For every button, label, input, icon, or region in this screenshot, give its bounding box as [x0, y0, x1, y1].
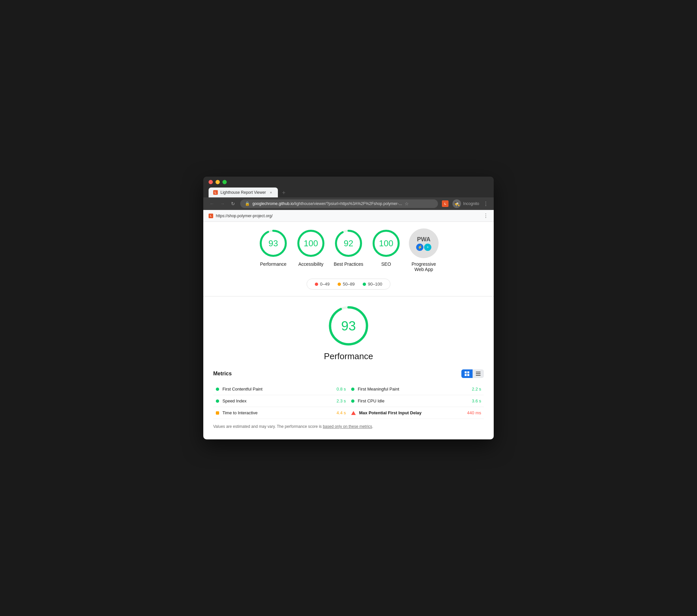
metrics-row-2: Speed Index 2.3 s First CPU Idle 3.6 s: [213, 395, 484, 407]
si-value: 2.3 s: [337, 398, 346, 404]
url-domain: googlechrome.github.io: [252, 201, 294, 206]
close-button[interactable]: [209, 180, 213, 184]
url-bar[interactable]: 🔒 googlechrome.github.io/lighthouse/view…: [240, 200, 438, 208]
list-view-button[interactable]: [473, 369, 484, 378]
legend-item-pass: 90–100: [363, 282, 382, 287]
metric-cell-fmp: First Meaningful Paint 2.2 s: [348, 383, 484, 395]
svg-rect-15: [476, 373, 480, 374]
metrics-row-3: Time to Interactive 4.4 s Max Potential …: [213, 407, 484, 419]
forward-button[interactable]: →: [219, 201, 226, 206]
score-label-accessibility: Accessibility: [298, 262, 323, 267]
mpfid-name: Max Potential First Input Delay: [359, 410, 464, 415]
score-number-performance: 93: [269, 238, 278, 249]
performance-title: Performance: [324, 351, 373, 362]
pwa-icon-lightning: ⚡: [416, 244, 424, 251]
performance-section: 93 Performance: [213, 304, 484, 362]
info-bar: L https://shop.polymer-project.org/ ⋮: [203, 210, 494, 222]
incognito-label: Incognito: [463, 201, 479, 206]
fmp-indicator: [351, 387, 354, 391]
score-label-best-practices: Best Practices: [333, 262, 363, 267]
metrics-header: Metrics: [213, 369, 484, 378]
score-number-best-practices: 92: [344, 238, 354, 249]
url-text: googlechrome.github.io/lighthouse/viewer…: [252, 201, 402, 206]
legend-item-fail: 0–49: [315, 282, 330, 287]
metric-cell-fcp: First Contentful Paint 0.8 s: [213, 383, 348, 395]
score-number-accessibility: 100: [303, 238, 318, 249]
reload-button[interactable]: ↻: [230, 201, 236, 206]
mpfid-indicator: [351, 411, 356, 415]
info-menu-button[interactable]: ⋮: [483, 212, 488, 219]
pwa-text: PWA: [417, 236, 430, 243]
maximize-button[interactable]: [222, 180, 227, 184]
browser-window: L Lighthouse Report Viewer × + ← → ↻ 🔒 g…: [203, 177, 494, 439]
score-circle-accessibility: 100: [296, 229, 326, 258]
info-favicon: L: [209, 214, 213, 218]
score-label-seo: SEO: [381, 262, 391, 267]
tti-indicator: [216, 411, 219, 415]
metrics-label: Metrics: [213, 371, 232, 377]
svg-rect-16: [476, 375, 480, 376]
back-button[interactable]: ←: [209, 201, 215, 206]
tti-name: Time to Interactive: [222, 410, 333, 415]
mpfid-value: 440 ms: [467, 410, 481, 415]
pwa-icon-plus: ＋: [424, 244, 431, 251]
score-circle-performance: 93: [258, 229, 288, 258]
fmp-value: 2.2 s: [472, 386, 481, 392]
url-path: /lighthouse/viewer/?psiurl=https%3A%2F%2…: [294, 201, 402, 206]
note-link[interactable]: based only on these metrics: [323, 424, 372, 429]
fcp-indicator: [216, 387, 219, 391]
metric-cell-fci: First CPU Idle 3.6 s: [348, 395, 484, 407]
pwa-icons-row: ⚡ ＋: [416, 244, 431, 251]
fmp-name: First Meaningful Paint: [358, 386, 469, 392]
svg-rect-14: [476, 372, 480, 372]
active-tab[interactable]: L Lighthouse Report Viewer ×: [209, 188, 278, 197]
metrics-row-1: First Contentful Paint 0.8 s First Meani…: [213, 383, 484, 395]
legend-range-average: 50–89: [343, 282, 355, 287]
metric-cell-tti: Time to Interactive 4.4 s: [213, 407, 348, 419]
si-indicator: [216, 399, 219, 403]
svg-rect-11: [467, 371, 469, 373]
lock-icon: 🔒: [245, 201, 250, 206]
incognito-area: 🕵 Incognito: [453, 200, 479, 208]
tab-close-button[interactable]: ×: [269, 190, 273, 195]
grid-view-button[interactable]: [461, 369, 473, 378]
incognito-icon: 🕵: [453, 200, 461, 208]
score-item-pwa: PWA ⚡ ＋ ProgressiveWeb App: [409, 229, 439, 272]
bookmark-star-icon[interactable]: ☆: [405, 201, 409, 206]
titlebar: L Lighthouse Report Viewer × +: [203, 177, 494, 197]
fci-value: 3.6 s: [472, 398, 481, 404]
metrics-note: Values are estimated and may vary. The p…: [213, 424, 484, 429]
section-divider: [203, 296, 494, 296]
svg-rect-12: [465, 374, 466, 376]
big-score-circle: 93: [327, 304, 370, 347]
tab-title: Lighthouse Report Viewer: [220, 190, 266, 195]
tti-value: 4.4 s: [337, 410, 346, 415]
legend-range-fail: 0–49: [320, 282, 330, 287]
main-content: 93 Performance 100 Accessibility: [203, 222, 494, 439]
legend-range-pass: 90–100: [368, 282, 382, 287]
pwa-badge: PWA ⚡ ＋: [409, 229, 439, 258]
score-circle-best-practices: 92: [333, 229, 364, 258]
extension-icon[interactable]: L: [442, 200, 448, 207]
fcp-name: First Contentful Paint: [222, 386, 333, 392]
score-circle-seo: 100: [371, 229, 401, 258]
legend-inner: 0–49 50–89 90–100: [307, 279, 390, 290]
score-item-seo: 100 SEO: [371, 229, 401, 267]
score-item-performance: 93 Performance: [258, 229, 288, 267]
chrome-menu-button[interactable]: ⋮: [483, 201, 488, 207]
score-label-performance: Performance: [260, 262, 286, 267]
view-toggle[interactable]: [461, 369, 484, 378]
minimize-button[interactable]: [216, 180, 220, 184]
legend-dot-pass: [363, 282, 366, 286]
traffic-lights: [209, 180, 488, 184]
metric-cell-mpfid: Max Potential First Input Delay 440 ms: [348, 407, 484, 419]
big-score-number: 93: [341, 319, 356, 334]
tab-bar: L Lighthouse Report Viewer × +: [209, 188, 488, 197]
score-item-best-practices: 92 Best Practices: [333, 229, 364, 267]
score-item-accessibility: 100 Accessibility: [296, 229, 326, 267]
metrics-table: First Contentful Paint 0.8 s First Meani…: [213, 383, 484, 419]
new-tab-button[interactable]: +: [279, 188, 288, 197]
score-number-seo: 100: [379, 238, 393, 249]
si-name: Speed Index: [222, 398, 333, 404]
fcp-value: 0.8 s: [337, 386, 346, 392]
